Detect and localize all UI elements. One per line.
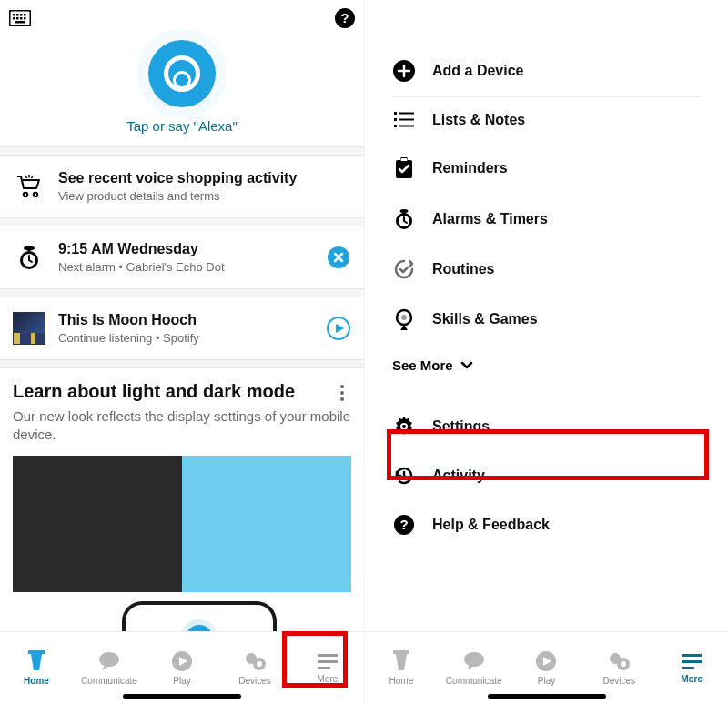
tab-label: Devices <box>238 676 271 686</box>
help-circle-icon: ? <box>392 515 416 535</box>
menu-routines[interactable]: Routines <box>365 245 728 294</box>
routines-icon <box>392 259 416 279</box>
svg-rect-31 <box>394 118 397 121</box>
svg-rect-1 <box>13 14 15 16</box>
home-screen: ? Tap or say "Alexa" See recent voice sh… <box>0 0 364 704</box>
tab-more[interactable]: More <box>655 632 728 704</box>
svg-point-45 <box>402 425 406 428</box>
menu-label: Reminders <box>432 160 508 176</box>
svg-rect-32 <box>399 119 414 121</box>
svg-rect-2 <box>16 14 19 16</box>
menu-skills-games[interactable]: Skills & Games <box>365 294 728 345</box>
svg-point-20 <box>99 652 119 667</box>
svg-text:?: ? <box>399 517 408 532</box>
gear-icon <box>392 417 416 437</box>
tab-label: Play <box>538 676 555 686</box>
menu-label: Skills & Games <box>432 311 538 327</box>
svg-rect-8 <box>24 17 26 20</box>
svg-rect-30 <box>399 113 414 115</box>
svg-rect-29 <box>394 112 397 115</box>
menu-alarms-timers[interactable]: Alarms & Timers <box>365 194 728 245</box>
svg-point-52 <box>621 661 626 667</box>
row-title: This Is Moon Hooch <box>58 312 313 328</box>
menu-lists-notes[interactable]: Lists & Notes <box>365 97 728 143</box>
svg-point-24 <box>257 661 262 667</box>
svg-point-13 <box>34 193 37 196</box>
list-icon <box>392 112 416 128</box>
next-alarm-card[interactable]: 9:15 AM Wednesday Next alarm • Gabriel's… <box>0 226 364 288</box>
tab-home[interactable]: Home <box>365 632 438 704</box>
tab-label: Home <box>389 676 414 686</box>
menu-label: Routines <box>432 261 494 277</box>
alarm-icon <box>13 245 46 270</box>
svg-point-12 <box>24 193 27 196</box>
plus-circle-icon <box>392 60 416 82</box>
menu-add-device[interactable]: Add a Device <box>365 45 728 96</box>
tab-label: Devices <box>603 676 636 686</box>
menu-label: Settings <box>432 418 490 435</box>
svg-rect-37 <box>401 158 408 161</box>
voice-shopping-card[interactable]: See recent voice shopping activity View … <box>0 156 364 217</box>
svg-point-43 <box>401 315 407 320</box>
row-subtitle: View product details and terms <box>58 189 351 203</box>
alexa-tap-hint[interactable]: Tap or say "Alexa" <box>0 118 364 134</box>
svg-rect-26 <box>318 660 338 663</box>
bottom-tabs: Home Communicate Play Devices More <box>0 631 364 704</box>
see-more-toggle[interactable]: See More <box>365 345 728 386</box>
album-art-icon <box>13 312 46 345</box>
svg-rect-25 <box>318 654 338 657</box>
svg-rect-33 <box>394 125 397 127</box>
alexa-logo-icon[interactable] <box>148 40 216 107</box>
more-menu-screen: Add a Device Lists & Notes Reminders Ala… <box>364 0 728 704</box>
tab-label: Communicate <box>81 676 137 686</box>
tab-label: Play <box>173 676 190 686</box>
now-playing-card[interactable]: This Is Moon Hooch Continue listening • … <box>0 297 364 359</box>
learn-card[interactable]: Learn about light and dark mode Our new … <box>0 368 364 592</box>
learn-title: Learn about light and dark mode <box>13 381 333 402</box>
menu-label: Alarms & Timers <box>432 211 548 227</box>
learn-subtitle: Our new look reflects the display settin… <box>13 407 351 445</box>
overflow-menu-icon[interactable] <box>333 381 351 401</box>
menu-help-feedback[interactable]: ? Help & Feedback <box>365 500 728 549</box>
svg-rect-15 <box>28 248 31 251</box>
tab-home[interactable]: Home <box>0 632 73 704</box>
play-button[interactable] <box>326 317 351 340</box>
menu-label: Activity <box>432 468 485 484</box>
svg-rect-3 <box>20 14 23 16</box>
row-subtitle: Continue listening • Spotify <box>58 331 313 345</box>
svg-text:?: ? <box>340 10 349 25</box>
tab-label: Home <box>24 676 49 686</box>
row-title: 9:15 AM Wednesday <box>58 241 313 257</box>
clipboard-check-icon <box>392 157 416 179</box>
keyboard-icon[interactable] <box>9 10 31 26</box>
svg-rect-9 <box>15 21 25 24</box>
chevron-down-icon <box>460 357 473 373</box>
svg-rect-34 <box>399 126 414 127</box>
svg-rect-6 <box>16 17 19 20</box>
see-more-label: See More <box>392 357 453 373</box>
menu-label: Help & Feedback <box>432 517 550 533</box>
svg-rect-55 <box>682 667 694 669</box>
menu-reminders[interactable]: Reminders <box>365 143 728 194</box>
cart-icon <box>13 175 46 198</box>
svg-rect-27 <box>318 667 330 669</box>
skills-icon <box>392 308 416 330</box>
tab-more[interactable]: More <box>291 632 364 704</box>
svg-rect-7 <box>20 17 23 20</box>
help-icon[interactable]: ? <box>335 8 355 28</box>
svg-rect-54 <box>682 660 702 663</box>
dismiss-alarm-button[interactable] <box>326 246 351 268</box>
alarm-clock-icon <box>392 208 416 230</box>
bottom-tabs: Home Communicate Play Devices More <box>365 631 728 704</box>
tab-label: More <box>681 674 703 684</box>
history-icon <box>392 466 416 486</box>
menu-settings[interactable]: Settings <box>365 402 728 451</box>
menu-label: Lists & Notes <box>432 112 525 128</box>
svg-rect-53 <box>682 654 702 657</box>
learn-illustration <box>13 456 351 592</box>
tab-label: More <box>318 674 339 684</box>
svg-point-48 <box>464 652 484 667</box>
svg-rect-4 <box>24 14 26 16</box>
svg-rect-5 <box>13 17 15 20</box>
menu-activity[interactable]: Activity <box>365 451 728 500</box>
